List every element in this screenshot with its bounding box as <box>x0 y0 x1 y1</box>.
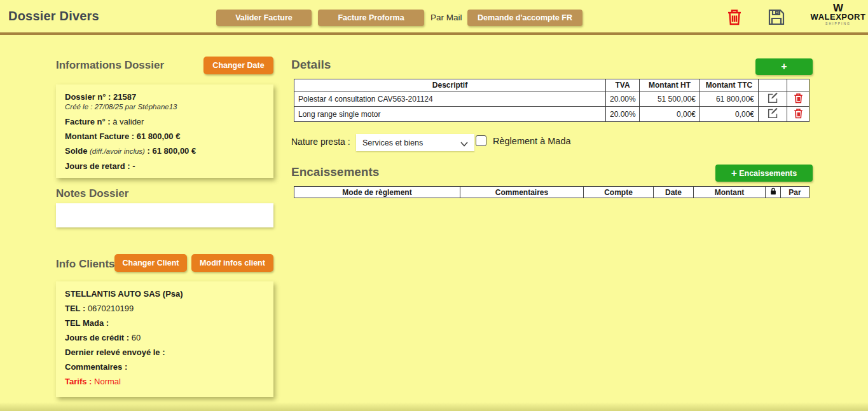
client-dernier-releve: Dernier relevé envoyé le : <box>65 347 265 357</box>
par-mail-link[interactable]: Par Mail <box>431 13 462 22</box>
cell-descriptif: Polestar 4 consultation CAV563-201124 <box>294 91 606 107</box>
add-detail-button[interactable]: + <box>755 58 813 75</box>
client-tel: TEL : 0670210199 <box>65 304 265 313</box>
dossier-montant: Montant Facture : 61 800,00 € <box>65 131 265 141</box>
page-title: Dossier Divers <box>8 9 99 24</box>
add-encaissement-button[interactable]: + Encaissements <box>715 165 813 182</box>
walexport-logo: W WALEXPORT SHIPPING <box>809 4 867 26</box>
col-commentaires: Commentaires <box>460 187 584 198</box>
cell-tva: 20.00% <box>606 107 640 122</box>
edit-row-icon[interactable] <box>759 91 787 107</box>
col-par: Par <box>781 187 809 198</box>
cell-ttc: 0,00€ <box>700 107 759 122</box>
facture-proforma-button[interactable]: Facture Proforma <box>318 10 424 26</box>
col-compte: Compte <box>584 187 654 198</box>
lock-icon <box>766 187 781 198</box>
dossier-numero: Dossier n° : 21587 <box>65 92 265 102</box>
modif-infos-client-button[interactable]: Modif infos client <box>191 254 273 272</box>
dossier-retard: Jours de retard : - <box>65 161 265 171</box>
col-descriptif: Descriptif <box>294 79 606 91</box>
encaissements-heading: Encaissements <box>291 165 379 179</box>
dossier-cree-le: Créé le : 27/08/25 par Stéphane13 <box>65 102 265 112</box>
cell-ht: 51 500,00€ <box>640 91 700 107</box>
reglement-mada-checkbox[interactable] <box>476 135 486 146</box>
informations-dossier-heading: Informations Dossier <box>56 59 164 72</box>
reglement-mada-label: Règlement à Mada <box>493 136 571 146</box>
bottom-shadow <box>0 402 868 411</box>
valider-facture-button[interactable]: Valider Facture <box>216 10 312 26</box>
table-row: Polestar 4 consultation CAV563-201124 20… <box>294 91 809 107</box>
plus-icon: + <box>731 168 737 179</box>
edit-row-icon[interactable] <box>759 107 787 122</box>
notes-dossier-input[interactable] <box>56 203 273 227</box>
delete-row-icon[interactable] <box>787 107 809 122</box>
col-delete <box>787 79 809 91</box>
col-tva: TVA <box>606 79 640 91</box>
delete-dossier-trash-icon[interactable] <box>726 8 743 26</box>
encaissements-table: Mode de règlement Commentaires Compte Da… <box>294 186 809 198</box>
nature-presta-label: Nature presta : <box>291 137 350 147</box>
nature-presta-select[interactable]: Services et biens <box>356 134 474 151</box>
table-row: Long range single motor 20.00% 0,00€ 0,0… <box>294 107 809 122</box>
changer-date-button[interactable]: Changer Date <box>203 57 273 74</box>
chevron-down-icon <box>460 140 468 149</box>
dossier-facture: Facture n° : à valider <box>65 117 265 126</box>
informations-dossier-card: Dossier n° : 21587 Créé le : 27/08/25 pa… <box>56 84 273 178</box>
cell-ttc: 61 800,00€ <box>700 91 759 107</box>
col-montant-ttc: Montant TTC <box>700 79 759 91</box>
cell-descriptif: Long range single motor <box>294 107 606 122</box>
changer-client-button[interactable]: Changer Client <box>114 254 187 272</box>
delete-row-icon[interactable] <box>787 91 809 107</box>
col-montant-ht: Montant HT <box>640 79 700 91</box>
save-icon[interactable] <box>768 8 785 26</box>
info-clients-heading: Info Clients <box>56 258 115 271</box>
top-bar: Dossier Divers Valider Facture Facture P… <box>0 0 868 35</box>
client-commentaires: Commentaires : <box>65 362 265 372</box>
demande-acompte-button[interactable]: Demande d'accompte FR <box>467 10 582 26</box>
details-header-row: Descriptif TVA Montant HT Montant TTC <box>294 79 809 91</box>
client-tarifs: Tarifs : Normal <box>65 377 265 386</box>
cell-ht: 0,00€ <box>640 107 700 122</box>
dossier-solde: Solde (diff./avoir inclus) : 61 800,00 € <box>65 146 265 156</box>
info-clients-card: STELLANTIS AUTO SAS (Psa) TEL : 06702101… <box>56 281 273 397</box>
notes-dossier-heading: Notes Dossier <box>56 187 128 200</box>
cell-tva: 20.00% <box>606 91 640 107</box>
details-table: Descriptif TVA Montant HT Montant TTC Po… <box>294 79 809 122</box>
col-montant: Montant <box>694 187 766 198</box>
client-jours-credit: Jours de crédit : 60 <box>65 333 265 342</box>
col-date: Date <box>654 187 694 198</box>
walexport-w-mark: W <box>809 4 867 13</box>
encaissements-header-row: Mode de règlement Commentaires Compte Da… <box>294 187 809 198</box>
client-tel-mada: TEL Mada : <box>65 318 265 328</box>
client-name: STELLANTIS AUTO SAS (Psa) <box>65 289 265 299</box>
col-mode-reglement: Mode de règlement <box>294 187 460 198</box>
details-heading: Details <box>291 58 331 72</box>
col-edit <box>759 79 787 91</box>
